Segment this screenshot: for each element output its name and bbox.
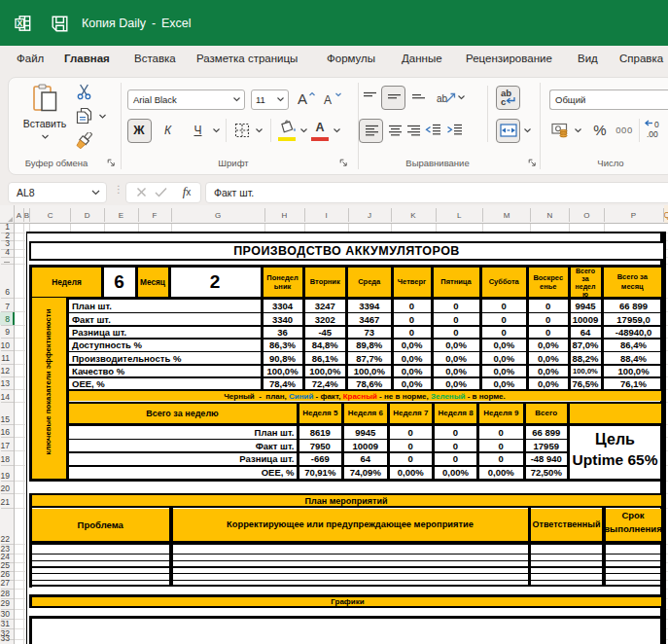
svg-text:X: X	[17, 18, 22, 28]
svg-text:0: 0	[654, 120, 659, 129]
svg-text:c: c	[501, 96, 506, 107]
svg-text:ab: ab	[437, 93, 448, 104]
svg-text:А: А	[298, 90, 307, 107]
svg-text:А: А	[324, 93, 332, 107]
svg-text:.00: .00	[647, 129, 658, 139]
